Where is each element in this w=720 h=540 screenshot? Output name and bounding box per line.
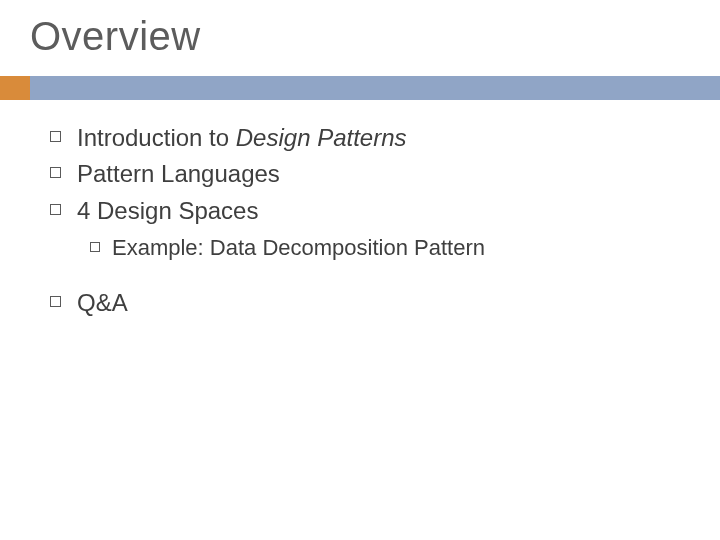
list-subitem: Example: Data Decomposition Pattern: [90, 233, 680, 263]
bullet-list: Introduction to Design Patterns Pattern …: [50, 118, 680, 323]
list-item-text: 4 Design Spaces: [77, 195, 258, 227]
list-item: Introduction to Design Patterns: [50, 122, 680, 154]
accent-blue: [30, 76, 720, 100]
text-run: Introduction to: [77, 124, 236, 151]
square-bullet-icon: [50, 167, 61, 178]
square-bullet-icon: [50, 131, 61, 142]
slide-title: Overview: [0, 0, 720, 59]
square-bullet-icon: [50, 296, 61, 307]
slide: Overview Introduction to Design Patterns…: [0, 0, 720, 540]
list-item: Pattern Languages: [50, 158, 680, 190]
list-item: Q&A: [50, 287, 680, 319]
list-item-text: Q&A: [77, 287, 128, 319]
title-rule: [0, 76, 720, 100]
list-subitem-text: Example: Data Decomposition Pattern: [112, 233, 485, 263]
text-run: Example:: [112, 235, 204, 260]
square-bullet-icon: [50, 204, 61, 215]
text-run: Data Decomposition Pattern: [204, 235, 485, 260]
list-item-text: Introduction to Design Patterns: [77, 122, 407, 154]
list-item-text: Pattern Languages: [77, 158, 280, 190]
list-item: 4 Design Spaces: [50, 195, 680, 227]
text-run-italic: Design Patterns: [236, 124, 407, 151]
square-bullet-icon: [90, 242, 100, 252]
accent-orange: [0, 76, 30, 100]
